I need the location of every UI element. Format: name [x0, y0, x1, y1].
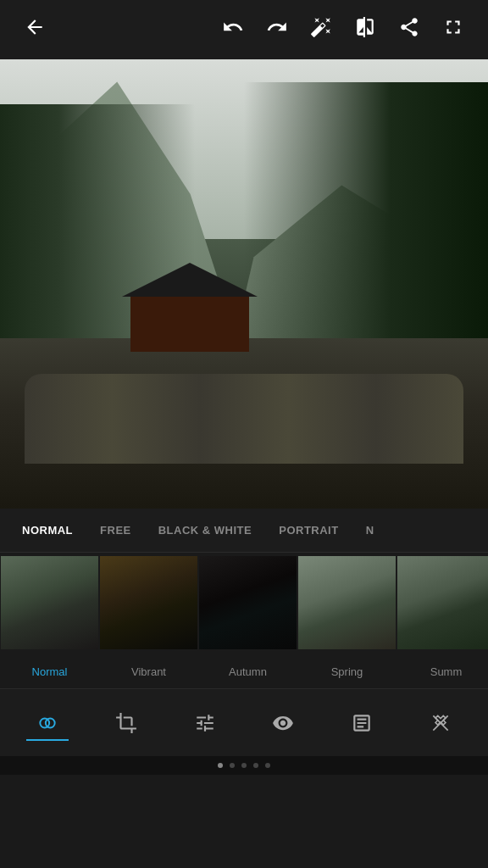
share-button[interactable] [391, 9, 427, 50]
tab-normal[interactable]: NORMAL [8, 517, 86, 543]
image-background [0, 59, 488, 509]
filters-icon [36, 712, 58, 734]
filter-label-normal[interactable]: Normal [1, 665, 98, 678]
eye-icon [272, 712, 294, 734]
filter-category-tabs: NORMAL FREE BLACK & WHITE PORTRAIT N [0, 509, 488, 553]
bottom-toolbar [0, 688, 488, 756]
undo-button[interactable] [215, 9, 251, 50]
filter-thumb-autumn[interactable] [199, 556, 297, 649]
dot-2 [230, 763, 235, 768]
toolbar-right-icons [215, 9, 471, 50]
frames-icon [351, 712, 373, 734]
filter-thumb-vibrant[interactable] [100, 556, 197, 649]
tool-details-button[interactable] [262, 705, 304, 741]
tool-heal-button[interactable] [419, 705, 462, 741]
tool-adjust-button[interactable] [184, 705, 226, 741]
tool-frames-button[interactable] [341, 705, 383, 741]
dot-3 [241, 763, 247, 768]
filter-thumb-summer[interactable] [397, 556, 488, 649]
redo-button[interactable] [259, 9, 295, 50]
rocks-layer [25, 374, 463, 464]
dots-indicator [0, 756, 488, 775]
filter-thumb-spring[interactable] [298, 556, 396, 649]
filter-name-labels: Normal Vibrant Autumn Spring Summ [0, 654, 488, 688]
tab-portrait[interactable]: PORTRAIT [265, 517, 352, 543]
house-structure [122, 267, 258, 352]
filter-label-spring[interactable]: Spring [298, 665, 396, 678]
adjust-icon [194, 712, 216, 734]
svg-point-1 [46, 718, 55, 727]
back-button[interactable] [17, 9, 53, 50]
crop-icon [115, 712, 137, 734]
top-toolbar [0, 0, 488, 59]
dot-4 [253, 763, 258, 768]
tab-more[interactable]: N [352, 517, 388, 543]
main-image [0, 59, 488, 509]
auto-enhance-button[interactable] [303, 9, 339, 50]
filter-label-vibrant[interactable]: Vibrant [100, 665, 197, 678]
house-roof [122, 263, 258, 297]
bottom-section: NORMAL FREE BLACK & WHITE PORTRAIT N Nor… [0, 509, 488, 775]
filter-thumb-normal[interactable] [1, 556, 98, 649]
dot-5 [265, 763, 270, 768]
fullscreen-button[interactable] [435, 9, 471, 50]
filter-thumbnails-row [0, 553, 488, 654]
compare-button[interactable] [347, 9, 383, 50]
heal-icon [430, 712, 452, 734]
tool-filters-button[interactable] [26, 705, 69, 741]
tab-free[interactable]: FREE [86, 517, 145, 543]
filter-label-autumn[interactable]: Autumn [199, 665, 297, 678]
dot-1 [218, 763, 223, 768]
house-body [130, 297, 249, 352]
tool-crop-button[interactable] [105, 705, 147, 741]
filter-label-summer[interactable]: Summ [397, 665, 488, 678]
tab-bw[interactable]: BLACK & WHITE [145, 517, 266, 543]
